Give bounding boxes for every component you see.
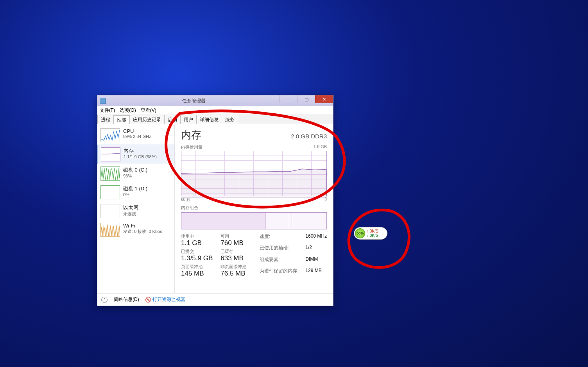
window-title: 任务管理器 <box>108 98 279 104</box>
disk0-mini-chart <box>100 166 120 181</box>
nonpaged-label: 非页面缓冲池 <box>220 264 246 270</box>
close-button[interactable]: ✕ <box>315 95 333 103</box>
window-footer: ⌃ 简略信息(D) 打开资源监视器 <box>97 293 333 306</box>
task-manager-icon <box>100 98 106 104</box>
upload-rate: ↑ 0K/S <box>367 229 378 233</box>
paged-label: 页面缓冲池 <box>181 264 213 270</box>
tab-apphistory[interactable]: 应用历史记录 <box>129 115 165 124</box>
available-value: 760 MB <box>220 239 246 247</box>
cpu-mini-chart <box>100 128 120 142</box>
menubar: 文件(F) 选项(O) 查看(V) <box>97 106 333 115</box>
detail-pane: 内存 2.0 GB DDR3 内存使用量 1.9 GB 60 秒 0 内存组合 <box>175 124 333 293</box>
sidebar-item-disk1[interactable]: 磁盘 1 (D:) 0% <box>97 183 174 202</box>
sidebar-item-wifi[interactable]: Wi-Fi 发送: 0 接收: 0 Kbps <box>97 220 174 239</box>
form-label: 组成要素: <box>260 256 298 266</box>
memory-label: 内存 <box>124 147 157 154</box>
tab-processes[interactable]: 进程 <box>97 115 114 124</box>
sidebar-item-cpu[interactable]: CPU 89% 2.84 GHz <box>97 126 174 145</box>
cached-label: 已缓存 <box>220 249 246 254</box>
wifi-sub: 发送: 0 接收: 0 Kbps <box>123 229 162 235</box>
wifi-label: Wi-Fi <box>123 223 162 229</box>
sidebar-item-memory[interactable]: 内存 1.1/1.9 GB (58%) <box>97 145 174 164</box>
titlebar[interactable]: 任务管理器 — ▢ ✕ <box>97 95 333 106</box>
sidebar-item-disk0[interactable]: 磁盘 0 (C:) 93% <box>97 164 174 183</box>
detail-header: 内存 2.0 GB DDR3 <box>181 128 327 142</box>
window-controls: — ▢ ✕ <box>279 95 333 106</box>
memory-sub: 1.1/1.9 GB (58%) <box>124 154 157 159</box>
disk0-label: 磁盘 0 (C:) <box>123 166 147 174</box>
wifi-mini-chart <box>100 223 120 237</box>
cpu-sub: 89% 2.84 GHz <box>123 134 151 139</box>
disk1-label: 磁盘 1 (D:) <box>123 185 147 192</box>
available-label: 可用 <box>220 233 246 239</box>
widget-rates: ↑ 0K/S ↓ 0K/S <box>367 229 378 238</box>
composition-label: 内存组合 <box>181 205 198 211</box>
task-manager-window: 任务管理器 — ▢ ✕ 文件(F) 选项(O) 查看(V) 进程 性能 应用历史… <box>97 95 333 306</box>
committed-label: 已提交 <box>181 249 213 254</box>
in-use-label: 使用中 <box>181 233 213 239</box>
menu-options[interactable]: 选项(O) <box>120 107 136 114</box>
ethernet-label: 以太网 <box>123 204 138 211</box>
stats-right: 速度: 1600 MHz 已使用的插槽: 1/2 组成要素: DIMM 为硬件保… <box>260 233 327 277</box>
tab-users[interactable]: 用户 <box>180 115 197 124</box>
open-resmon-link[interactable]: 打开资源监视器 <box>152 296 185 303</box>
reserved-label: 为硬件保留的内存: <box>260 268 298 277</box>
ethernet-mini-chart <box>100 204 120 218</box>
tab-details[interactable]: 详细信息 <box>196 115 222 124</box>
menu-file[interactable]: 文件(F) <box>100 107 115 114</box>
disk1-sub: 0% <box>123 192 147 197</box>
tab-services[interactable]: 服务 <box>222 115 238 124</box>
maximize-button[interactable]: ▢ <box>297 95 315 103</box>
reserved-value: 129 MB <box>305 268 327 277</box>
cached-value: 633 MB <box>220 254 246 262</box>
network-speed-widget[interactable]: 60% ↑ 0K/S ↓ 0K/S <box>354 227 387 240</box>
stats-left: 使用中 1.1 GB 可用 760 MB 已提交 1.3/5.9 GB 已缓存 … <box>181 233 246 277</box>
tabbar: 进程 性能 应用历史记录 启动 用户 详细信息 服务 <box>97 115 333 124</box>
in-use-value: 1.1 GB <box>181 239 213 247</box>
sidebar-item-ethernet[interactable]: 以太网 未连接 <box>97 202 174 220</box>
nonpaged-value: 76.5 MB <box>220 270 246 277</box>
disk1-mini-chart <box>100 185 120 199</box>
committed-value: 1.3/5.9 GB <box>181 254 213 262</box>
minimize-button[interactable]: — <box>279 95 297 103</box>
collapse-icon[interactable]: ⌃ <box>101 297 108 303</box>
ethernet-sub: 未连接 <box>123 211 138 217</box>
resmon-icon <box>145 297 151 303</box>
cpu-label: CPU <box>123 128 151 134</box>
memory-mini-chart <box>101 147 120 161</box>
disk0-sub: 93% <box>123 174 147 178</box>
speed-value: 1600 MHz <box>305 233 327 243</box>
tab-performance[interactable]: 性能 <box>113 115 130 124</box>
tab-startup[interactable]: 启动 <box>164 115 181 124</box>
download-rate: ↓ 0K/S <box>367 233 378 238</box>
stats-area: 使用中 1.1 GB 可用 760 MB 已提交 1.3/5.9 GB 已缓存 … <box>181 233 327 277</box>
widget-percent: 60% <box>355 228 365 238</box>
usage-max: 1.9 GB <box>314 144 327 150</box>
memory-usage-chart <box>181 151 327 196</box>
slots-label: 已使用的插槽: <box>260 245 298 254</box>
paged-value: 145 MB <box>181 270 213 277</box>
speed-label: 速度: <box>260 233 298 243</box>
annotation-circle-widget <box>344 207 414 275</box>
fewer-details-link[interactable]: 简略信息(D) <box>114 296 139 303</box>
usage-label: 内存使用量 <box>181 144 203 150</box>
performance-sidebar: CPU 89% 2.84 GHz 内存 1.1/1.9 GB (58%) <box>97 124 175 293</box>
detail-capacity: 2.0 GB DDR3 <box>291 133 327 140</box>
detail-title: 内存 <box>181 128 201 142</box>
menu-view[interactable]: 查看(V) <box>141 107 156 114</box>
slots-value: 1/2 <box>305 245 327 254</box>
memory-composition-chart <box>181 212 327 229</box>
form-value: DIMM <box>305 256 327 266</box>
content-area: CPU 89% 2.84 GHz 内存 1.1/1.9 GB (58%) <box>97 124 333 293</box>
